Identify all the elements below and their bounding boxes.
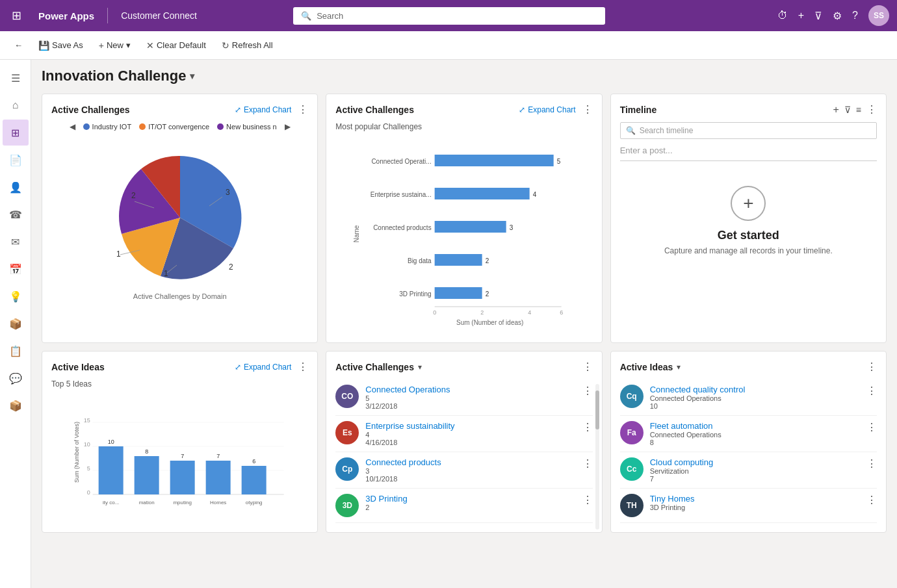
clock-icon[interactable]: ⏱	[777, 10, 788, 21]
pie-more-button[interactable]: ⋮	[298, 103, 308, 116]
legend-next-icon[interactable]: ▶	[285, 122, 291, 131]
timeline-add-icon[interactable]: +	[833, 104, 838, 116]
challenge-count-3: 2	[365, 504, 575, 511]
sidebar-item-phone[interactable]: ☎	[3, 201, 29, 227]
challenge-title-3[interactable]: 3D Printing	[365, 494, 575, 504]
svg-rect-47	[242, 466, 266, 494]
challenges-list-more-button[interactable]: ⋮	[582, 361, 593, 373]
challenge-row-more-3[interactable]: ⋮	[582, 494, 593, 506]
legend-label-1: IT/OT convergence	[148, 123, 209, 131]
sidebar-item-calendar[interactable]: 📅	[3, 256, 29, 282]
ideas-list-title-wrap: Active Ideas ▾	[620, 362, 681, 372]
challenge-content-1: Enterprise sustainability 4 4/16/2018	[365, 421, 575, 446]
sidebar-item-mail[interactable]: ✉	[3, 229, 29, 255]
challenge-avatar-1: Es	[335, 421, 359, 444]
timeline-list-icon[interactable]: ≡	[856, 105, 861, 115]
sidebar-item-home[interactable]: ⌂	[3, 92, 29, 118]
svg-text:10: 10	[84, 441, 90, 448]
settings-icon[interactable]: ⚙	[833, 10, 842, 22]
pie-legend: ◀ Industry IOT IT/OT convergence New bus…	[70, 122, 291, 131]
idea-title-0[interactable]: Connected quality control	[650, 385, 860, 394]
grid-icon[interactable]: ⊞	[8, 5, 25, 27]
global-search[interactable]: 🔍 Search	[293, 7, 605, 25]
ideas-list-chevron[interactable]: ▾	[677, 363, 681, 372]
svg-rect-41	[170, 461, 195, 494]
challenges-list-title-wrap: Active Challenges ▾	[335, 362, 422, 372]
new-button[interactable]: + New ▾	[92, 36, 137, 55]
challenge-count-0: 5	[365, 394, 575, 402]
svg-text:2: 2	[486, 257, 489, 264]
timeline-get-started: + Get started Capture and manage all rec…	[620, 166, 877, 275]
idea-title-1[interactable]: Fleet automation	[650, 421, 860, 431]
timeline-title: Timeline	[620, 105, 657, 115]
svg-text:otyping: otyping	[246, 500, 263, 505]
clear-default-button[interactable]: ✕ Clear Default	[140, 36, 213, 55]
challenge-date-1: 4/16/2018	[365, 439, 575, 446]
ideas-chart-actions: ⤢ Expand Chart ⋮	[235, 361, 308, 373]
challenge-title-0[interactable]: Connected Operations	[365, 385, 575, 394]
ideas-expand-chart-button[interactable]: ⤢ Expand Chart	[235, 363, 291, 372]
timeline-card: Timeline + ⊽ ≡ ⋮ 🔍 Search timeline Enter…	[610, 94, 887, 343]
idea-avatar-0: Cq	[620, 385, 644, 408]
filter-icon[interactable]: ⊽	[814, 10, 822, 22]
idea-title-2[interactable]: Cloud computing	[650, 457, 860, 467]
svg-text:mputing: mputing	[173, 500, 191, 505]
svg-text:6: 6	[560, 309, 563, 316]
sidebar-item-chat[interactable]: 💬	[3, 365, 29, 391]
idea-row-more-1[interactable]: ⋮	[866, 421, 877, 433]
help-icon[interactable]: ?	[852, 10, 858, 21]
avatar[interactable]: SS	[868, 5, 889, 26]
sidebar-item-list[interactable]: 📋	[3, 338, 29, 364]
challenge-list-item-0: CO Connected Operations 5 3/12/2018 ⋮	[335, 379, 592, 416]
svg-rect-38	[135, 456, 159, 494]
command-bar: ← 💾 Save As + New ▾ ✕ Clear Default ↻ Re…	[0, 31, 897, 60]
bar-more-button[interactable]: ⋮	[582, 103, 593, 116]
legend-label-0: Industry IOT	[92, 123, 132, 131]
challenge-list-item-2: Cp Connected products 3 10/1/2018 ⋮	[335, 452, 592, 489]
refresh-all-button[interactable]: ↻ Refresh All	[215, 36, 280, 55]
sidebar-item-contacts[interactable]: 👤	[3, 174, 29, 200]
timeline-card-header: Timeline + ⊽ ≡ ⋮	[620, 103, 877, 116]
active-challenges-list-card: Active Challenges ▾ ⋮ CO Connected Opera…	[326, 351, 602, 533]
idea-row-more-2[interactable]: ⋮	[866, 457, 877, 470]
svg-rect-18	[435, 287, 482, 299]
page-title-chevron-icon[interactable]: ▾	[190, 71, 194, 81]
idea-title-3[interactable]: Tiny Homes	[650, 494, 860, 504]
timeline-search[interactable]: 🔍 Search timeline	[620, 122, 877, 139]
challenge-row-more-1[interactable]: ⋮	[582, 421, 593, 433]
idea-row-more-0[interactable]: ⋮	[866, 385, 877, 397]
sidebar-item-dashboard[interactable]: ⊞	[3, 120, 29, 146]
sidebar-item-ideas[interactable]: 💡	[3, 283, 29, 309]
challenge-row-more-2[interactable]: ⋮	[582, 457, 593, 470]
pie-expand-chart-button[interactable]: ⤢ Expand Chart	[235, 105, 291, 114]
bar-expand-chart-button[interactable]: ⤢ Expand Chart	[519, 105, 575, 114]
idea-content-2: Cloud computing Servitization 7	[650, 457, 860, 483]
svg-text:mation: mation	[139, 500, 155, 505]
back-button[interactable]: ←	[8, 36, 29, 54]
idea-row-more-3[interactable]: ⋮	[866, 494, 877, 506]
list-scrollbar-thumb	[595, 390, 599, 429]
challenge-title-1[interactable]: Enterprise sustainability	[365, 421, 575, 431]
ideas-list-more-button[interactable]: ⋮	[866, 361, 877, 373]
list-scrollbar[interactable]	[595, 384, 599, 530]
timeline-plus-circle: +	[731, 186, 766, 221]
svg-text:7: 7	[216, 453, 220, 459]
sidebar-item-menu[interactable]: ☰	[3, 65, 29, 91]
save-as-button[interactable]: 💾 Save As	[32, 36, 90, 55]
timeline-post-area[interactable]: Enter a post...	[620, 146, 877, 161]
sidebar-item-packages[interactable]: 📦	[3, 311, 29, 337]
ideas-more-button[interactable]: ⋮	[298, 361, 308, 373]
timeline-more-icon[interactable]: ⋮	[866, 103, 877, 116]
timeline-filter-icon[interactable]: ⊽	[844, 105, 851, 115]
challenge-row-more-0[interactable]: ⋮	[582, 385, 593, 397]
challenge-title-2[interactable]: Connected products	[365, 457, 575, 467]
new-chevron-icon[interactable]: ▾	[126, 40, 131, 50]
legend-prev-icon[interactable]: ◀	[70, 122, 75, 131]
active-challenges-pie-card: Active Challenges ⤢ Expand Chart ⋮ ◀	[42, 94, 318, 343]
svg-text:Homes: Homes	[210, 500, 226, 505]
challenge-avatar-0: CO	[335, 385, 359, 408]
challenges-list-chevron[interactable]: ▾	[418, 363, 422, 372]
plus-icon[interactable]: +	[798, 10, 804, 21]
sidebar-item-box[interactable]: 📦	[3, 392, 29, 418]
sidebar-item-documents[interactable]: 📄	[3, 147, 29, 173]
